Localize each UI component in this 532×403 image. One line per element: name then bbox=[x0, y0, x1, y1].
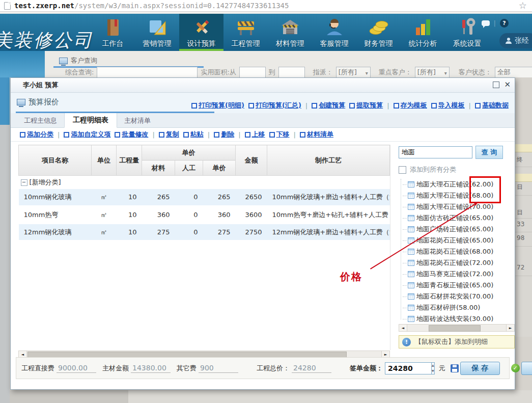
create-budget-link[interactable]: 创建预算 bbox=[312, 101, 345, 110]
nav-item-engineering[interactable]: 工程管理 bbox=[223, 14, 268, 51]
col-header-price-group: 单价 bbox=[142, 145, 236, 160]
save-button[interactable]: 保 存 bbox=[460, 362, 500, 375]
sign-amount-input[interactable] bbox=[385, 362, 431, 374]
query-input[interactable] bbox=[97, 67, 198, 77]
close-icon[interactable] bbox=[504, 80, 511, 89]
material-list-link[interactable]: 材料清单 bbox=[300, 130, 333, 139]
nav-item-marketing[interactable]: 营销管理 bbox=[135, 14, 179, 51]
extract-budget-link[interactable]: 提取预算 bbox=[349, 101, 383, 110]
set-square-icon bbox=[147, 17, 167, 38]
list-item[interactable]: 地面青石板正铺设(65.00) bbox=[403, 280, 515, 291]
link-square-icon bbox=[349, 103, 355, 109]
link-square-icon bbox=[64, 132, 69, 138]
user-badge[interactable]: 张经 bbox=[499, 33, 532, 48]
list-item[interactable]: 地面花岗石正铺设(65.00) bbox=[403, 235, 515, 246]
customer-filter-row: 综合查询: 实用面积:从 到 指派： [所有] 重点客户： [所有] 客户状态：… bbox=[65, 67, 532, 77]
section-header: 预算报价 打印预算(明细) 打印预算(汇总) 创建预算 提取预算 存为模板 导入… bbox=[11, 93, 515, 113]
save-as-template-link[interactable]: 存为模板 bbox=[394, 101, 427, 110]
table-row[interactable]: 10mm热弯 ㎡ 10 360 0 360 3600 10mm热弯+磨边+钻孔+… bbox=[19, 206, 390, 224]
nav-item-customer-service[interactable]: 客服管理 bbox=[312, 14, 356, 51]
dialog-titlebar[interactable]: 李小姐 预算 bbox=[11, 78, 515, 93]
print-budget-detail-link[interactable]: 打印预算(明细) bbox=[191, 101, 244, 110]
spin-down-icon[interactable] bbox=[432, 368, 434, 374]
batch-edit-link[interactable]: 批量修改 bbox=[115, 130, 148, 139]
add-to-all-checkbox[interactable] bbox=[399, 166, 406, 174]
sign-amount-stepper[interactable] bbox=[431, 362, 435, 374]
section-title-wrap: 预算报价 bbox=[17, 97, 59, 107]
nav-item-design-budget[interactable]: 设计预算 bbox=[179, 14, 223, 51]
footer-buttons: 保 存 签 单 bbox=[451, 362, 532, 375]
add-custom-item-link[interactable]: 添加自定义项 bbox=[64, 130, 110, 139]
paste-link[interactable]: 粘贴 bbox=[183, 130, 204, 139]
list-item[interactable]: 地面马赛克正铺设(72.00) bbox=[403, 268, 515, 280]
area-to-input[interactable] bbox=[278, 67, 305, 77]
tab-project-detail[interactable]: 工程明细表 bbox=[64, 112, 117, 128]
green-check-icon bbox=[511, 364, 520, 372]
main-material-label: 主材金额 bbox=[102, 364, 129, 373]
add-category-link[interactable]: 添加分类 bbox=[20, 130, 53, 139]
warehouse-icon bbox=[280, 17, 300, 38]
list-item[interactable]: 地面广场砖正铺设(65.00) bbox=[403, 224, 515, 235]
table-icon bbox=[408, 193, 414, 199]
url-path: /system/w3/main.aspx?sessionid=0.1427748… bbox=[74, 2, 289, 10]
bookmark-star-icon[interactable] bbox=[519, 0, 527, 11]
list-item[interactable]: 地面石材拼花安装(70.00) bbox=[403, 291, 515, 302]
col-header-labor: 人工 bbox=[175, 160, 203, 176]
tab-main-materials[interactable]: 主材清单 bbox=[117, 114, 158, 127]
col-header-name: 项目名称 bbox=[19, 145, 92, 176]
customer-query-tab[interactable]: 客户查询 bbox=[59, 56, 97, 65]
base-data-link[interactable]: 基础数据 bbox=[475, 101, 509, 110]
print-budget-summary-link[interactable]: 打印预算(汇总) bbox=[248, 101, 301, 110]
help-icon[interactable]: ? bbox=[500, 19, 509, 28]
list-item[interactable]: 地面石材碎拼(58.00) bbox=[403, 302, 515, 313]
top-navbar: 美装修公司 工作台 营销管理 设计预算 工程管理 材料管理 bbox=[0, 14, 532, 51]
nav-item-statistics[interactable]: 统计分析 bbox=[401, 14, 445, 51]
table-row[interactable]: 10mm钢化玻璃 ㎡ 10 265 0 265 2650 10mm钢化玻璃+磨边… bbox=[19, 189, 390, 206]
table-group-row[interactable]: [新增分类] bbox=[19, 176, 390, 189]
scrollbar-thumb[interactable] bbox=[429, 325, 481, 332]
search-input[interactable] bbox=[399, 146, 472, 158]
status-label: 客户状态： bbox=[459, 68, 492, 77]
spin-up-icon[interactable] bbox=[432, 363, 434, 368]
nav-item-workbench[interactable]: 工作台 bbox=[91, 14, 135, 51]
table-row[interactable]: 12mm钢化玻璃 ㎡ 10 275 0 275 2750 12mm钢化玻璃+磨边… bbox=[19, 224, 390, 241]
move-down-link[interactable]: 下移 bbox=[269, 130, 290, 139]
price-library-panel: 查 询 添加到所有分类 地面大理石正铺设(62.00) 地面大理石正铺设(68.… bbox=[399, 146, 515, 325]
panel-horizontal-scrollbar[interactable] bbox=[399, 324, 515, 332]
import-template-link[interactable]: 导入模板 bbox=[431, 101, 465, 110]
link-square-icon bbox=[300, 132, 305, 138]
link-square-icon bbox=[183, 132, 189, 138]
bar-chart-icon bbox=[413, 17, 433, 38]
area-from-input[interactable] bbox=[239, 67, 266, 77]
chat-bubble-icon[interactable] bbox=[482, 20, 490, 26]
nav-item-materials[interactable]: 材料管理 bbox=[268, 14, 312, 51]
vip-label: 重点客户： bbox=[379, 68, 412, 77]
delete-link[interactable]: 删除 bbox=[214, 130, 234, 139]
scroll-left-icon[interactable] bbox=[399, 325, 407, 331]
screen: test.zxerp.net/system/w3/main.aspx?sessi… bbox=[0, 0, 532, 403]
col-header-unit: 单位 bbox=[92, 145, 117, 176]
move-up-link[interactable]: 上移 bbox=[245, 130, 265, 139]
vip-select[interactable]: [所有] bbox=[415, 67, 450, 77]
copy-link[interactable]: 复制 bbox=[159, 130, 179, 139]
status-select[interactable]: 全部 bbox=[495, 67, 532, 77]
sign-button[interactable]: 签 单 bbox=[521, 362, 532, 375]
tab-project-main-info[interactable]: 工程主信息 bbox=[17, 114, 64, 127]
link-square-icon bbox=[159, 132, 164, 138]
list-item[interactable]: 地面砖波达线安装(30.00) bbox=[403, 313, 515, 325]
assign-select[interactable]: [所有] bbox=[336, 67, 371, 77]
minimize-icon[interactable] bbox=[493, 82, 499, 88]
table-icon bbox=[408, 293, 414, 300]
detail-table: 项目名称 单位 工程量 单价 金额 制作工艺 材料 人工 单价 bbox=[18, 145, 390, 350]
currency-unit-label: 元 bbox=[439, 364, 445, 373]
browser-address-bar[interactable]: test.zxerp.net/system/w3/main.aspx?sessi… bbox=[0, 0, 532, 12]
col-header-craft: 制作工艺 bbox=[267, 145, 390, 176]
search-button[interactable]: 查 询 bbox=[475, 146, 503, 159]
collapse-icon[interactable] bbox=[21, 179, 27, 186]
list-item[interactable]: 地面花岗石正铺设(72.00) bbox=[403, 257, 515, 268]
link-square-icon bbox=[245, 132, 250, 138]
budget-dialog: 李小姐 预算 预算报价 打印预算(明细) 打印预算(汇总) 创建预算 提取预算 bbox=[10, 77, 515, 390]
nav-item-finance[interactable]: 财务管理 bbox=[356, 14, 401, 51]
list-item[interactable]: 地面花岗石正铺设(68.00) bbox=[403, 246, 515, 257]
scroll-right-icon[interactable] bbox=[506, 325, 514, 331]
